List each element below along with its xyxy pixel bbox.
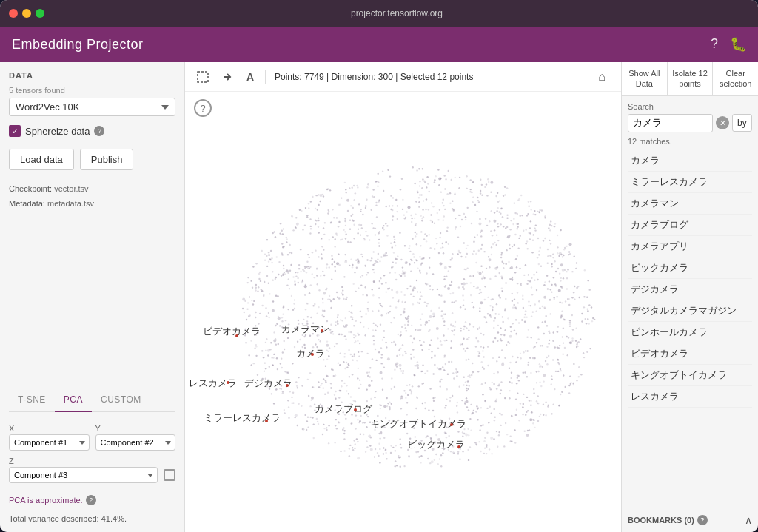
svg-point-1668 [568, 392, 570, 394]
arrow-right-icon[interactable] [218, 68, 235, 86]
search-result-item[interactable]: カメラマン [628, 193, 752, 215]
tab-custom[interactable]: CUSTOM [92, 388, 150, 411]
search-result-item[interactable]: ピンホールカメラ [628, 322, 752, 343]
svg-point-1626 [460, 343, 461, 345]
svg-point-1332 [362, 275, 363, 276]
search-result-item[interactable]: ミラーレスカメラ [628, 172, 752, 193]
svg-point-1196 [443, 334, 444, 336]
bookmarks-help-icon[interactable]: ? [697, 515, 708, 525]
load-data-button[interactable]: Load data [9, 149, 74, 170]
publish-button[interactable]: Publish [80, 149, 134, 170]
tensor-select[interactable]: Word2Vec 10K [9, 98, 175, 116]
label-a-icon[interactable]: A [241, 68, 259, 86]
svg-point-1461 [455, 226, 457, 228]
pca-note-help-icon[interactable]: ? [86, 495, 96, 505]
svg-point-1194 [273, 403, 275, 404]
close-button[interactable] [9, 9, 18, 18]
y-axis-select[interactable]: Component #2 [95, 434, 176, 451]
svg-point-579 [245, 342, 246, 343]
svg-point-991 [539, 209, 540, 211]
svg-point-674 [520, 403, 521, 404]
select-box-icon[interactable] [194, 68, 212, 86]
svg-point-720 [395, 279, 397, 280]
svg-point-456 [536, 289, 537, 291]
tab-tsne[interactable]: T-SNE [9, 388, 55, 411]
search-result-item[interactable]: カメラアプリ [628, 236, 752, 257]
svg-point-1464 [571, 337, 573, 339]
svg-point-2183 [455, 368, 457, 370]
sphereize-checkbox[interactable] [9, 125, 21, 137]
svg-point-487 [445, 432, 446, 434]
sphereize-help-icon[interactable]: ? [94, 126, 104, 136]
help-icon[interactable]: ? [711, 36, 718, 53]
svg-point-1420 [367, 183, 369, 185]
svg-point-806 [545, 315, 546, 317]
z-axis-select[interactable]: Component #3 [9, 467, 158, 483]
svg-point-585 [322, 434, 323, 435]
z-axis-checkbox[interactable] [164, 469, 175, 481]
svg-point-465 [522, 215, 523, 216]
svg-point-1111 [406, 288, 408, 289]
svg-point-895 [479, 352, 480, 354]
scatter-canvas[interactable]: ビデオカメラカメラマンカメラレスカメラデジカメラカメラブログミラーレスカメラキン… [185, 92, 621, 532]
svg-point-1197 [509, 362, 511, 363]
svg-point-640 [437, 289, 438, 290]
svg-point-1471 [465, 382, 466, 383]
svg-point-526 [375, 349, 376, 350]
svg-point-1499 [513, 304, 514, 306]
bug-icon[interactable]: 🐛 [730, 36, 746, 53]
svg-point-1291 [406, 211, 407, 212]
search-result-item[interactable]: ビデオカメラ [628, 343, 752, 365]
search-clear-button[interactable]: ✕ [716, 116, 729, 129]
maximize-button[interactable] [36, 9, 44, 18]
bookmarks-collapse-icon[interactable]: ∧ [745, 514, 752, 526]
svg-point-1532 [365, 451, 366, 453]
svg-point-980 [294, 308, 295, 309]
svg-point-948 [355, 443, 356, 445]
svg-point-561 [537, 279, 538, 280]
svg-point-518 [293, 303, 295, 304]
svg-point-1997 [477, 200, 479, 201]
search-result-item[interactable]: キングオブトイカメラ [628, 365, 752, 386]
svg-point-1761 [370, 398, 372, 400]
svg-point-1619 [419, 270, 420, 272]
svg-point-410 [554, 299, 555, 300]
svg-point-1387 [461, 343, 463, 345]
tab-pca[interactable]: PCA [55, 388, 92, 412]
search-result-item[interactable]: レスカメラ [628, 386, 752, 408]
svg-point-1453 [410, 335, 412, 337]
svg-point-729 [281, 367, 283, 368]
svg-point-414 [366, 446, 368, 448]
x-axis-select[interactable]: Component #1 [9, 434, 90, 451]
svg-point-1625 [373, 280, 375, 282]
svg-point-1946 [402, 354, 403, 356]
svg-point-18 [393, 236, 395, 238]
clear-selection-button[interactable]: Clear selection [713, 62, 758, 95]
svg-point-1864 [412, 385, 413, 387]
minimize-button[interactable] [22, 9, 31, 18]
svg-point-1870 [390, 243, 392, 244]
search-result-item[interactable]: カメラ [628, 150, 752, 172]
viz-help-icon[interactable]: ? [194, 99, 212, 117]
search-by-select[interactable]: by [732, 114, 752, 132]
bookmarks-section: BOOKMARKS (0) ? ∧ [622, 508, 758, 532]
svg-point-1917 [501, 261, 503, 263]
search-result-item[interactable]: カメラブログ [628, 215, 752, 236]
search-input[interactable] [628, 114, 713, 132]
home-button[interactable]: ⌂ [591, 67, 612, 87]
search-result-item[interactable]: デジカメラ [628, 279, 752, 300]
header-icons: ? 🐛 [711, 36, 746, 53]
svg-point-1953 [554, 388, 555, 390]
svg-point-1064 [412, 349, 414, 350]
isolate-button[interactable]: Isolate 12 points [668, 62, 714, 95]
svg-point-1927 [395, 199, 397, 201]
svg-point-581 [421, 218, 423, 219]
visualization-area[interactable]: A Points: 7749 | Dimension: 300 | Select… [185, 62, 621, 532]
svg-point-648 [297, 272, 298, 273]
search-result-item[interactable]: デジタルカメラマガジン [628, 300, 752, 322]
search-result-item[interactable]: ビックカメラ [628, 257, 752, 279]
svg-point-1575 [508, 261, 509, 263]
svg-point-1816 [323, 328, 325, 329]
show-all-button[interactable]: Show All Data [622, 62, 668, 95]
svg-point-1396 [407, 324, 409, 326]
